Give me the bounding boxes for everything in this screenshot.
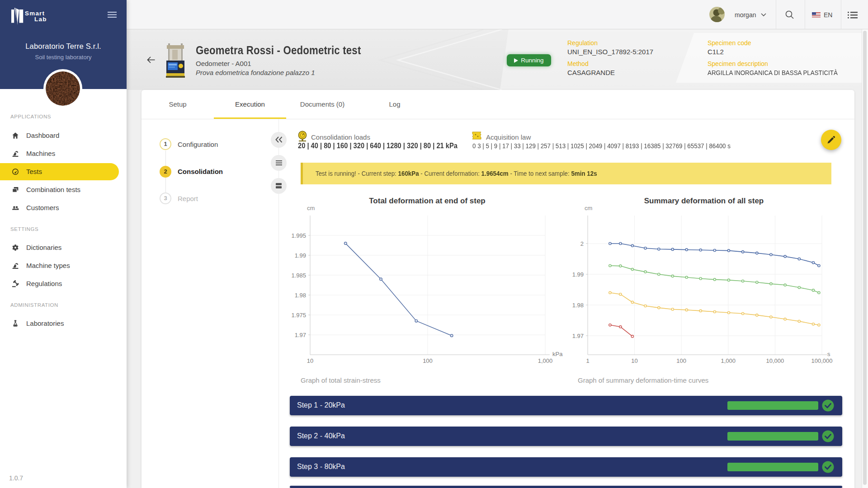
svg-text:Summary deformation of all ste: Summary deformation of all step bbox=[644, 197, 764, 205]
svg-text:1.99: 1.99 bbox=[572, 271, 584, 278]
svg-text:s: s bbox=[827, 351, 830, 357]
svg-text:1.975: 1.975 bbox=[291, 312, 306, 319]
svg-text:1.99: 1.99 bbox=[295, 252, 306, 259]
svg-text:1,000: 1,000 bbox=[721, 357, 736, 364]
svg-text:1.97: 1.97 bbox=[572, 333, 584, 339]
svg-text:Total deformation at end of st: Total deformation at end of step bbox=[369, 197, 486, 205]
svg-text:cm: cm bbox=[585, 205, 592, 211]
svg-text:2: 2 bbox=[580, 240, 584, 247]
svg-text:1: 1 bbox=[586, 357, 589, 364]
svg-text:1.98: 1.98 bbox=[572, 302, 584, 309]
svg-text:100: 100 bbox=[676, 357, 686, 364]
svg-text:kPa: kPa bbox=[552, 351, 563, 357]
svg-text:1.985: 1.985 bbox=[291, 272, 306, 279]
svg-text:10: 10 bbox=[307, 357, 313, 364]
svg-text:cm: cm bbox=[307, 205, 315, 211]
svg-text:1.995: 1.995 bbox=[291, 232, 306, 239]
svg-text:Graph of summary deformation-t: Graph of summary deformation-time curves bbox=[578, 376, 708, 384]
svg-text:1.97: 1.97 bbox=[295, 332, 306, 338]
svg-text:100,000: 100,000 bbox=[811, 357, 833, 364]
svg-text:Graph of total strain-stress: Graph of total strain-stress bbox=[301, 376, 381, 384]
svg-text:10,000: 10,000 bbox=[766, 357, 784, 364]
svg-text:1,000: 1,000 bbox=[538, 357, 553, 364]
svg-text:1.98: 1.98 bbox=[295, 292, 306, 299]
svg-text:100: 100 bbox=[423, 357, 433, 364]
svg-text:10: 10 bbox=[631, 357, 637, 364]
